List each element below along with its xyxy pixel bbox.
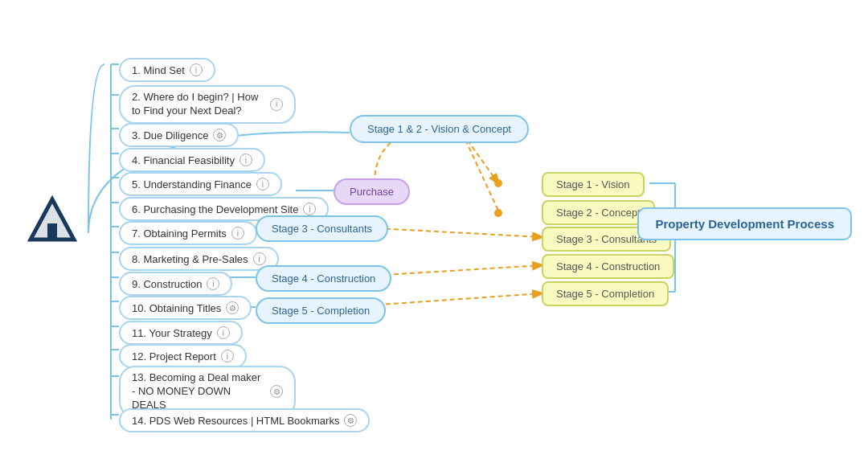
svg-line-19 [462, 133, 498, 211]
info-icon[interactable]: i [190, 63, 203, 76]
left-node-14[interactable]: 14. PDS Web Resources | HTML Bookmarks⚙ [119, 408, 370, 432]
info-icon[interactable]: i [231, 227, 244, 240]
info-icon[interactable]: i [253, 252, 266, 265]
info-icon[interactable]: i [207, 277, 219, 290]
info-icon[interactable]: i [217, 326, 230, 339]
left-node-4[interactable]: 4. Financial Feasibilityi [119, 148, 265, 172]
left-node-label-6: 6. Purchasing the Development Site [132, 203, 298, 215]
stage5-completion-center[interactable]: Stage 5 - Completion [256, 297, 386, 324]
left-node-5[interactable]: 5. Understanding Financei [119, 172, 282, 196]
left-node-3[interactable]: 3. Due Diligence⚙ [119, 123, 239, 147]
settings-icon[interactable]: ⚙ [344, 414, 357, 427]
left-node-label-1: 1. Mind Set [132, 64, 185, 76]
svg-point-23 [494, 209, 502, 217]
left-node-label-2: 2. Where do I begin? | How to Find your … [132, 91, 265, 118]
left-node-label-4: 4. Financial Feasibility [132, 154, 235, 166]
settings-icon[interactable]: ⚙ [226, 301, 239, 314]
stage3-consultants-center[interactable]: Stage 3 - Consultants [256, 215, 388, 242]
info-icon[interactable]: i [221, 350, 234, 362]
stage5-completion-right[interactable]: Stage 5 - Completion [542, 281, 669, 306]
logo [24, 193, 80, 249]
left-node-label-8: 8. Marketing & Pre-Sales [132, 253, 248, 265]
stage1-vision[interactable]: Stage 1 - Vision [542, 172, 645, 197]
left-node-label-14: 14. PDS Web Resources | HTML Bookmarks [132, 415, 339, 427]
left-node-label-13: 13. Becoming a Deal maker - NO MONEY DOW… [132, 371, 265, 412]
left-node-10[interactable]: 10. Obtaining Titles⚙ [119, 296, 252, 320]
main-title-box: Property Development Process [637, 207, 852, 240]
left-node-1[interactable]: 1. Mind Seti [119, 58, 215, 82]
info-icon[interactable]: i [270, 98, 283, 111]
svg-point-24 [494, 179, 502, 187]
svg-marker-34 [31, 199, 74, 240]
left-node-label-7: 7. Obtaining Permits [132, 227, 227, 240]
info-icon[interactable]: i [240, 154, 252, 166]
left-node-label-5: 5. Understanding Finance [132, 178, 252, 190]
left-node-11[interactable]: 11. Your Strategyi [119, 321, 243, 345]
left-node-label-10: 10. Obtaining Titles [132, 302, 221, 314]
left-node-2[interactable]: 2. Where do I begin? | How to Find your … [119, 85, 296, 124]
stage4-construction-right[interactable]: Stage 4 - Construction [542, 254, 674, 279]
settings-icon[interactable]: ⚙ [270, 385, 283, 398]
left-node-8[interactable]: 8. Marketing & Pre-Salesi [119, 247, 279, 271]
left-node-12[interactable]: 12. Project Reporti [119, 344, 247, 368]
info-icon[interactable]: i [303, 203, 316, 215]
left-node-label-3: 3. Due Diligence [132, 129, 208, 141]
left-node-7[interactable]: 7. Obtaining Permitsi [119, 221, 257, 245]
info-icon[interactable]: i [256, 178, 269, 190]
left-node-label-11: 11. Your Strategy [132, 327, 212, 339]
stage12-box[interactable]: Stage 1 & 2 - Vision & Concept [350, 115, 529, 143]
left-node-label-9: 9. Construction [132, 278, 202, 290]
left-node-9[interactable]: 9. Constructioni [119, 272, 232, 296]
left-node-label-12: 12. Project Report [132, 350, 216, 362]
settings-icon[interactable]: ⚙ [213, 129, 226, 141]
stage4-construction-center[interactable]: Stage 4 - Construction [256, 265, 391, 292]
diagram-container: 1. Mind Seti2. Where do I begin? | How t… [0, 0, 868, 471]
purchase-badge[interactable]: Purchase [334, 178, 410, 205]
